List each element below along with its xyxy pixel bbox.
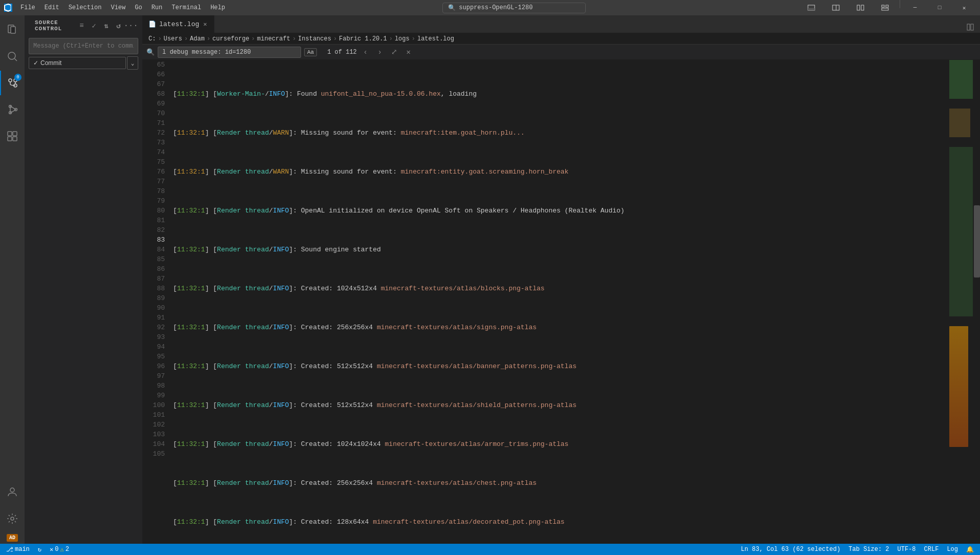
- line-num-100: 100: [142, 400, 165, 410]
- titlebar-search: 🔍 suppress-OpenGL-1280: [233, 3, 795, 13]
- commit-button[interactable]: ✓ Commit: [29, 57, 126, 69]
- breadcrumb-users[interactable]: Users: [164, 35, 182, 42]
- split-editor-icon[interactable]: [848, 0, 872, 15]
- code-editor[interactable]: 65 66 67 68 69 70 71 72 73 74 75 76 77 7…: [142, 60, 980, 544]
- tab-close-button[interactable]: ✕: [202, 20, 208, 28]
- breadcrumb-minecraft[interactable]: minecraft: [257, 35, 290, 42]
- close-button[interactable]: ✕: [952, 0, 976, 15]
- breadcrumb-curseforge[interactable]: curseforge: [212, 35, 249, 42]
- status-encoding[interactable]: UTF-8: [896, 544, 918, 555]
- svg-point-13: [9, 79, 12, 82]
- activity-run-debug[interactable]: [0, 97, 25, 122]
- breadcrumb-fabric[interactable]: Fabric 1.20.1: [339, 35, 387, 42]
- find-close-button[interactable]: ✕: [403, 47, 414, 58]
- breadcrumb-file[interactable]: latest.log: [417, 35, 454, 42]
- line-num-101: 101: [142, 410, 165, 420]
- sidebar-sync-icon[interactable]: ⇅: [101, 20, 112, 31]
- minimap[interactable]: [949, 60, 980, 544]
- language-text: Log: [947, 546, 958, 553]
- status-position[interactable]: Ln 83, Col 63 (62 selected): [739, 544, 842, 555]
- line-num-84: 84: [142, 245, 165, 254]
- commit-message-input[interactable]: [29, 38, 138, 54]
- activity-bar: 0 AD: [0, 15, 25, 544]
- activity-explorer[interactable]: [0, 17, 25, 42]
- code-lines[interactable]: [11:32:1] [Worker-Main-/INFO]: Found uni…: [169, 60, 949, 544]
- minimize-button[interactable]: ─: [903, 0, 927, 15]
- sidebar-check-icon[interactable]: ✓: [89, 20, 99, 31]
- commit-chevron-button[interactable]: ⌄: [127, 56, 138, 70]
- bell-icon: 🔔: [966, 546, 974, 553]
- main-area: 0 AD Source Control ≡ ✓ ⇅ ↺: [0, 15, 980, 544]
- svg-point-27: [11, 517, 14, 520]
- sidebar-list-icon[interactable]: ≡: [77, 20, 87, 31]
- customize-layout-icon[interactable]: [873, 0, 897, 15]
- menu-selection[interactable]: Selection: [65, 3, 106, 12]
- menu-file[interactable]: File: [16, 3, 39, 12]
- layout-toggle-icon[interactable]: [824, 0, 847, 15]
- sidebar-more-icon[interactable]: ···: [126, 20, 136, 31]
- warning-count: 2: [66, 546, 69, 553]
- tab-latest-log[interactable]: 📄 latest.log ✕: [142, 15, 215, 33]
- find-expand-button[interactable]: ⤢: [389, 47, 400, 58]
- search-box[interactable]: 🔍 suppress-OpenGL-1280: [442, 3, 586, 13]
- line-num-74: 74: [142, 147, 165, 157]
- activity-settings[interactable]: [0, 506, 25, 531]
- menu-help[interactable]: Help: [206, 3, 229, 12]
- line-num-75: 75: [142, 157, 165, 167]
- status-sync[interactable]: ↻: [36, 544, 44, 555]
- find-prev-button[interactable]: ‹: [360, 47, 371, 58]
- menu-run[interactable]: Run: [147, 3, 167, 12]
- status-branch[interactable]: ⎇ main: [4, 544, 32, 555]
- breadcrumb-logs[interactable]: logs: [395, 35, 410, 42]
- activity-search[interactable]: [0, 44, 25, 69]
- menu-go[interactable]: Go: [131, 3, 146, 12]
- menu-edit[interactable]: Edit: [40, 3, 63, 12]
- table-row: [11:32:1] [Render thread/WARN]: Missing …: [173, 167, 949, 177]
- sidebar-refresh-icon[interactable]: ↺: [114, 20, 124, 31]
- line-num-66: 66: [142, 70, 165, 79]
- case-sensitive-btn[interactable]: Aa: [304, 48, 317, 56]
- activity-extensions[interactable]: [0, 124, 25, 148]
- error-icon: ✕: [50, 546, 53, 553]
- status-tab-size[interactable]: Tab Size: 2: [846, 544, 891, 555]
- branch-name: main: [15, 546, 30, 553]
- line-num-88: 88: [142, 284, 165, 293]
- window-controls: ─ □ ✕: [799, 0, 976, 15]
- breadcrumb-instances[interactable]: Instances: [298, 35, 331, 42]
- encoding-text: UTF-8: [898, 546, 916, 553]
- svg-rect-7: [886, 5, 888, 7]
- breadcrumb-c[interactable]: C:: [148, 35, 156, 42]
- status-line-ending[interactable]: CRLF: [922, 544, 941, 555]
- panel-toggle-icon[interactable]: [799, 0, 823, 15]
- status-notifications[interactable]: 🔔: [964, 544, 976, 555]
- status-errors[interactable]: ✕ 0 ⚠ 2: [48, 544, 71, 555]
- svg-rect-22: [8, 132, 12, 136]
- git-branch-icon: ⎇: [6, 546, 13, 553]
- line-numbers: 65 66 67 68 69 70 71 72 73 74 75 76 77 7…: [142, 60, 169, 544]
- activity-source-control[interactable]: 0: [0, 71, 25, 95]
- line-num-82: 82: [142, 225, 165, 235]
- split-editor-right-icon[interactable]: [965, 22, 976, 33]
- minimap-scrollbar-track[interactable]: [974, 60, 980, 544]
- warning-icon: ⚠: [60, 546, 63, 553]
- status-language[interactable]: Log: [945, 544, 960, 555]
- find-next-button[interactable]: ›: [374, 47, 386, 58]
- table-row: [11:32:1] [Render thread/INFO]: Created:…: [173, 517, 949, 527]
- menu-terminal[interactable]: Terminal: [167, 3, 205, 12]
- divider: [900, 0, 900, 8]
- line-num-89: 89: [142, 293, 165, 303]
- breadcrumb-adam[interactable]: Adam: [190, 35, 205, 42]
- find-input[interactable]: [158, 47, 301, 58]
- activity-account[interactable]: [0, 480, 25, 504]
- menu-view[interactable]: View: [106, 3, 130, 12]
- line-num-93: 93: [142, 332, 165, 342]
- maximize-button[interactable]: □: [928, 0, 951, 15]
- svg-rect-1: [808, 8, 815, 10]
- svg-rect-8: [882, 8, 888, 10]
- table-row: [11:32:1] [Render thread/INFO]: Created:…: [173, 284, 949, 293]
- error-count: 0: [55, 546, 58, 553]
- minimap-line-group-3: [949, 147, 973, 316]
- line-num-90: 90: [142, 303, 165, 313]
- minimap-scrollbar-thumb[interactable]: [974, 205, 980, 278]
- commit-btn-row: ✓ Commit ⌄: [29, 56, 138, 70]
